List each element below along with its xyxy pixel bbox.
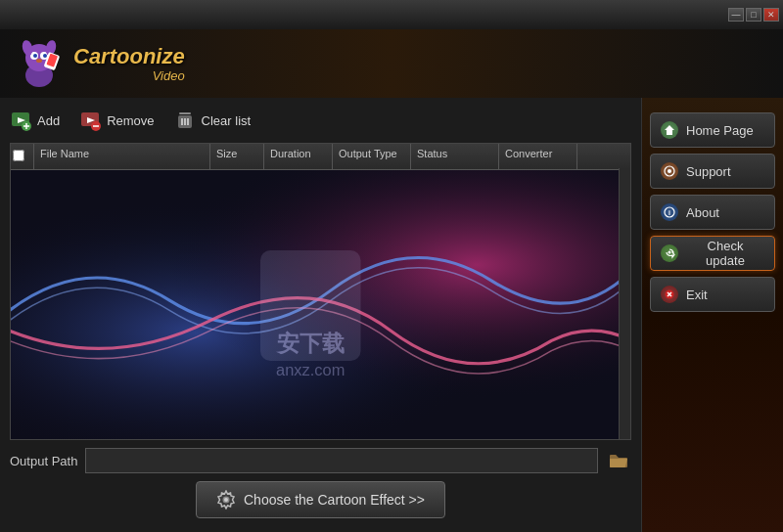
table-header: File Name Size Duration Output Type Stat… [11,144,630,170]
left-panel: Add Remove [0,98,641,532]
svg-text:anxz.com: anxz.com [276,361,345,378]
remove-label: Remove [107,113,154,128]
gear-icon [216,490,236,510]
svg-point-39 [668,251,671,254]
th-duration: Duration [264,144,333,169]
choose-cartoon-effect-button[interactable]: Choose the Cartoon Effect >> [196,481,445,518]
clear-list-button[interactable]: Clear list [174,110,252,131]
clear-icon [174,110,196,131]
cartoon-effect-label: Choose the Cartoon Effect >> [244,492,425,508]
logo-area: Cartoonize Video [10,34,185,93]
th-outputtype: Output Type [333,144,411,169]
scrollbar[interactable] [619,168,630,439]
wave-svg: 安下载 anxz.com [11,170,630,440]
about-button[interactable]: i About [650,195,775,230]
file-table: File Name Size Duration Output Type Stat… [10,143,631,440]
svg-point-33 [224,498,228,502]
add-label: Add [37,113,60,128]
th-filename: File Name [34,144,210,169]
svg-point-6 [36,59,42,63]
svg-point-4 [33,54,37,58]
folder-icon [609,453,628,468]
th-converter: Converter [499,144,577,169]
exit-button[interactable]: Exit [650,277,775,312]
home-icon [661,121,678,139]
minimize-button[interactable]: — [728,8,744,22]
svg-point-5 [43,54,47,58]
home-page-button[interactable]: Home Page [650,112,775,148]
about-label: About [686,205,719,220]
maximize-button[interactable]: □ [746,8,761,22]
browse-button[interactable] [606,448,631,473]
th-check [11,144,34,169]
svg-marker-34 [665,125,674,135]
logo-text: Cartoonize Video [73,46,185,82]
wave-background: 安下载 anxz.com [11,170,630,440]
output-row: Output Path [10,448,631,473]
add-icon [10,110,31,131]
exit-label: Exit [686,288,708,302]
output-path-label: Output Path [10,454,77,468]
output-path-input[interactable] [85,448,598,473]
mascot-icon [10,34,69,93]
logo-cartoonize: Cartoonize [73,46,185,67]
toolbar: Add Remove [10,106,631,135]
svg-text:安下载: 安下载 [275,331,345,356]
title-bar: — □ ✕ [0,0,783,29]
svg-rect-20 [179,112,191,114]
support-label: Support [686,164,731,179]
window-controls: — □ ✕ [728,8,779,22]
clear-list-label: Clear list [202,113,252,128]
select-all-checkbox[interactable] [13,150,24,161]
table-body: 安下载 anxz.com [11,170,630,440]
support-button[interactable]: Support [650,154,775,189]
logo-video: Video [73,69,185,82]
info-icon: i [661,203,678,221]
th-status: Status [411,144,499,169]
close-button[interactable]: ✕ [763,8,779,22]
support-icon [661,162,678,180]
svg-text:i: i [668,209,670,216]
app-header: Cartoonize Video [0,29,783,98]
update-icon [661,244,678,262]
remove-icon [79,110,101,131]
remove-button[interactable]: Remove [79,110,154,131]
bottom-bar: Choose the Cartoon Effect >> [10,473,631,524]
add-button[interactable]: Add [10,110,60,131]
th-size: Size [210,144,264,169]
exit-icon [661,286,678,303]
home-page-label: Home Page [686,123,754,138]
right-panel: Home Page Support i About [641,98,783,532]
check-update-button[interactable]: Check update [650,236,775,271]
main-content: Add Remove [0,98,783,532]
check-update-label: Check update [686,239,764,268]
svg-point-36 [668,169,671,173]
